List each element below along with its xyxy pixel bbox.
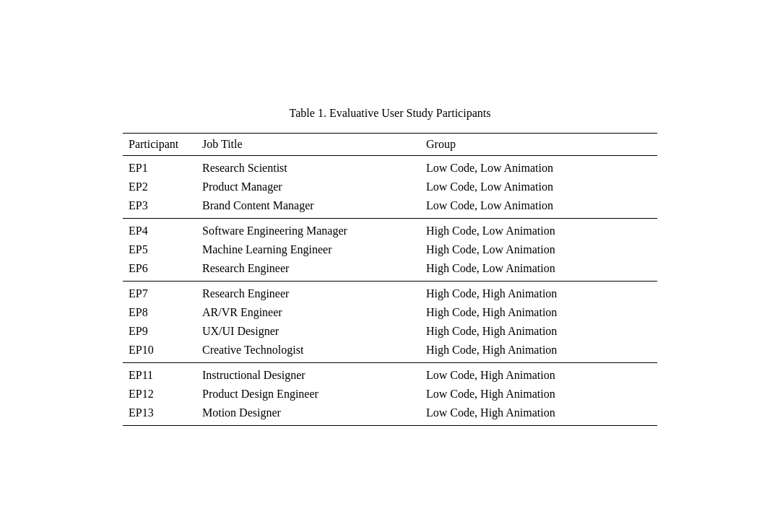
col-header-group: Group [426, 133, 657, 155]
group-label: Low Code, High Animation [426, 404, 657, 426]
group-label: Low Code, High Animation [426, 362, 657, 385]
table-row: EP2Product ManagerLow Code, Low Animatio… [123, 178, 657, 196]
group-label: High Code, High Animation [426, 322, 657, 341]
group-label: High Code, Low Animation [426, 259, 657, 282]
job-title: Creative Technologist [202, 341, 426, 363]
job-title: Research Engineer [202, 259, 426, 282]
group-label: Low Code, Low Animation [426, 178, 657, 196]
col-header-participant: Participant [123, 133, 202, 155]
job-title: Instructional Designer [202, 362, 426, 385]
table-title: Table 1. Evaluative User Study Participa… [123, 107, 657, 120]
participant-id: EP2 [123, 178, 202, 196]
participants-table: Participant Job Title Group EP1Research … [123, 133, 657, 426]
job-title: Brand Content Manager [202, 196, 426, 219]
table-row: EP12Product Design EngineerLow Code, Hig… [123, 385, 657, 404]
group-label: High Code, Low Animation [426, 218, 657, 240]
job-title: Software Engineering Manager [202, 218, 426, 240]
table-row: EP13Motion DesignerLow Code, High Animat… [123, 404, 657, 426]
table-row: EP4Software Engineering ManagerHigh Code… [123, 218, 657, 240]
job-title: Research Engineer [202, 281, 426, 303]
table-row: EP1Research ScientistLow Code, Low Anima… [123, 155, 657, 178]
job-title: Motion Designer [202, 404, 426, 426]
table-row: EP5Machine Learning EngineerHigh Code, L… [123, 240, 657, 259]
table-row: EP3Brand Content ManagerLow Code, Low An… [123, 196, 657, 219]
col-header-job-title: Job Title [202, 133, 426, 155]
page-container: Table 1. Evaluative User Study Participa… [108, 78, 672, 455]
participant-id: EP11 [123, 362, 202, 385]
table-row: EP10Creative TechnologistHigh Code, High… [123, 341, 657, 363]
participant-id: EP10 [123, 341, 202, 363]
participant-id: EP13 [123, 404, 202, 426]
group-label: High Code, Low Animation [426, 240, 657, 259]
participant-id: EP3 [123, 196, 202, 219]
job-title: UX/UI Designer [202, 322, 426, 341]
participant-id: EP1 [123, 155, 202, 178]
table-row: EP9UX/UI DesignerHigh Code, High Animati… [123, 322, 657, 341]
table-row: EP11Instructional DesignerLow Code, High… [123, 362, 657, 385]
group-label: Low Code, Low Animation [426, 155, 657, 178]
group-label: High Code, High Animation [426, 303, 657, 322]
job-title: Machine Learning Engineer [202, 240, 426, 259]
group-label: High Code, High Animation [426, 341, 657, 363]
participant-id: EP9 [123, 322, 202, 341]
participant-id: EP8 [123, 303, 202, 322]
table-row: EP7Research EngineerHigh Code, High Anim… [123, 281, 657, 303]
job-title: Research Scientist [202, 155, 426, 178]
job-title: Product Design Engineer [202, 385, 426, 404]
participant-id: EP7 [123, 281, 202, 303]
job-title: AR/VR Engineer [202, 303, 426, 322]
participant-id: EP12 [123, 385, 202, 404]
participant-id: EP6 [123, 259, 202, 282]
group-label: Low Code, Low Animation [426, 196, 657, 219]
participant-id: EP4 [123, 218, 202, 240]
table-row: EP8AR/VR EngineerHigh Code, High Animati… [123, 303, 657, 322]
table-row: EP6Research EngineerHigh Code, Low Anima… [123, 259, 657, 282]
group-label: High Code, High Animation [426, 281, 657, 303]
group-label: Low Code, High Animation [426, 385, 657, 404]
job-title: Product Manager [202, 178, 426, 196]
participant-id: EP5 [123, 240, 202, 259]
